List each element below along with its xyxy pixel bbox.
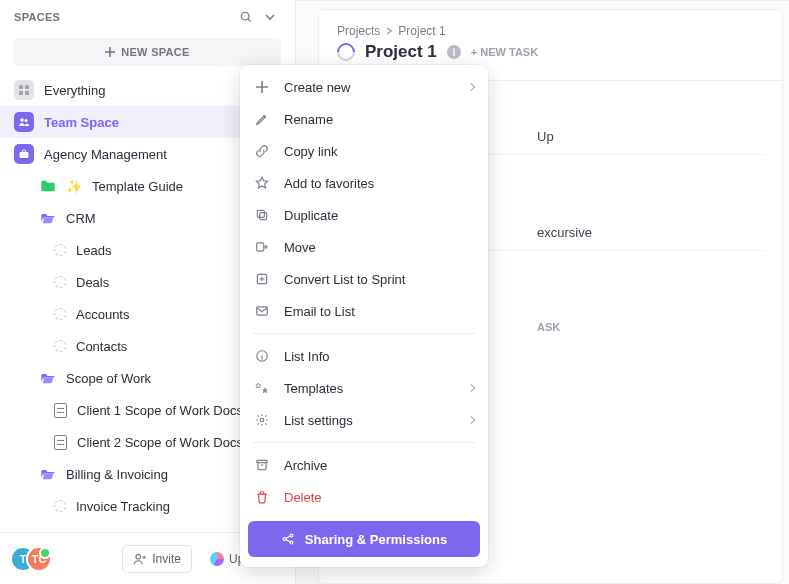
- sidebar-header: SPACES: [0, 0, 295, 34]
- chevron-right-icon: [467, 416, 475, 424]
- menu-label: Copy link: [284, 144, 474, 159]
- menu-copy-link[interactable]: Copy link: [240, 135, 488, 167]
- folder-label: CRM: [66, 211, 251, 226]
- svg-point-0: [241, 12, 249, 20]
- move-icon: [254, 239, 270, 255]
- svg-rect-10: [260, 213, 267, 220]
- svg-point-7: [25, 119, 28, 122]
- svg-point-9: [136, 554, 141, 559]
- folder-label: Billing & Invoicing: [66, 467, 251, 482]
- list-icon: [54, 340, 66, 352]
- info-icon[interactable]: i: [447, 45, 461, 59]
- menu-list-settings[interactable]: List settings: [240, 404, 488, 436]
- svg-rect-17: [257, 460, 268, 462]
- folder-label: Scope of Work: [66, 371, 251, 386]
- menu-label: Create new: [284, 80, 454, 95]
- avatar[interactable]: TC: [26, 546, 52, 572]
- task-text: Up: [537, 129, 554, 144]
- svg-rect-5: [25, 91, 29, 95]
- new-space-button[interactable]: NEW SPACE: [14, 38, 281, 66]
- plus-icon: [254, 79, 270, 95]
- menu-label: Duplicate: [284, 208, 474, 223]
- settings-icon: [254, 412, 270, 428]
- menu-separator: [252, 442, 476, 443]
- menu-label: Rename: [284, 112, 474, 127]
- menu-archive[interactable]: Archive: [240, 449, 488, 481]
- list-icon: [54, 244, 66, 256]
- people-icon: [14, 112, 34, 132]
- invite-label: Invite: [152, 552, 181, 566]
- list-icon: [54, 500, 66, 512]
- task-text: ASK: [537, 321, 560, 333]
- sidebar-title: SPACES: [14, 11, 60, 23]
- invite-button[interactable]: Invite: [122, 545, 192, 573]
- document-icon: [54, 403, 67, 418]
- breadcrumb: Projects Project 1: [337, 24, 764, 38]
- breadcrumb-item[interactable]: Projects: [337, 24, 380, 38]
- menu-duplicate[interactable]: Duplicate: [240, 199, 488, 231]
- page-title: Project 1: [365, 42, 437, 62]
- menu-email-to-list[interactable]: Email to List: [240, 295, 488, 327]
- menu-add-favorites[interactable]: Add to favorites: [240, 167, 488, 199]
- list-icon: [54, 276, 66, 288]
- menu-list-info[interactable]: List Info: [240, 340, 488, 372]
- svg-point-16: [260, 418, 264, 422]
- folder-icon: [40, 178, 56, 194]
- search-icon[interactable]: [235, 6, 257, 28]
- chevron-right-icon: [467, 83, 475, 91]
- menu-label: Email to List: [284, 304, 474, 319]
- duplicate-icon: [254, 207, 270, 223]
- menu-label: Move: [284, 240, 474, 255]
- svg-rect-2: [19, 85, 23, 89]
- new-task-button[interactable]: + NEW TASK: [471, 46, 538, 58]
- folder-open-icon: [40, 210, 56, 226]
- list-icon: [54, 308, 66, 320]
- chevron-right-icon: [467, 384, 475, 392]
- menu-delete[interactable]: Delete: [240, 481, 488, 513]
- trash-icon: [254, 489, 270, 505]
- star-icon: [254, 175, 270, 191]
- svg-rect-4: [19, 91, 23, 95]
- svg-rect-3: [25, 85, 29, 89]
- folder-open-icon: [40, 370, 56, 386]
- breadcrumb-item[interactable]: Project 1: [398, 24, 445, 38]
- menu-label: Delete: [284, 490, 474, 505]
- grid-icon: [14, 80, 34, 100]
- convert-icon: [254, 271, 270, 287]
- svg-line-1: [248, 19, 251, 22]
- menu-move[interactable]: Move: [240, 231, 488, 263]
- progress-icon: [333, 39, 358, 64]
- menu-label: Convert List to Sprint: [284, 272, 474, 287]
- chevron-down-icon[interactable]: [259, 6, 281, 28]
- link-icon: [254, 143, 270, 159]
- svg-point-6: [20, 118, 24, 122]
- mail-icon: [254, 303, 270, 319]
- menu-sharing-permissions[interactable]: Sharing & Permissions: [248, 521, 480, 557]
- menu-label: Add to favorites: [284, 176, 474, 191]
- menu-label: List settings: [284, 413, 454, 428]
- menu-label: Templates: [284, 381, 454, 396]
- menu-convert-sprint[interactable]: Convert List to Sprint: [240, 263, 488, 295]
- context-menu: Create new Rename Copy link Add to favor…: [240, 65, 488, 567]
- upgrade-icon: [210, 552, 224, 566]
- menu-label: List Info: [284, 349, 474, 364]
- svg-rect-11: [257, 210, 264, 217]
- menu-templates[interactable]: Templates: [240, 372, 488, 404]
- archive-icon: [254, 457, 270, 473]
- task-text: excursive: [537, 225, 592, 240]
- new-space-label: NEW SPACE: [121, 46, 190, 58]
- menu-rename[interactable]: Rename: [240, 103, 488, 135]
- pencil-icon: [254, 111, 270, 127]
- menu-label: Archive: [284, 458, 474, 473]
- menu-create-new[interactable]: Create new: [240, 71, 488, 103]
- avatar-stack[interactable]: T TC: [10, 546, 52, 572]
- menu-separator: [252, 333, 476, 334]
- briefcase-icon: [14, 144, 34, 164]
- info-icon: [254, 348, 270, 364]
- menu-cta-label: Sharing & Permissions: [305, 532, 447, 547]
- templates-icon: [254, 380, 270, 396]
- folder-open-icon: [40, 466, 56, 482]
- document-icon: [54, 435, 67, 450]
- sparkle-prefix: ✨: [66, 179, 82, 194]
- svg-rect-12: [257, 243, 264, 251]
